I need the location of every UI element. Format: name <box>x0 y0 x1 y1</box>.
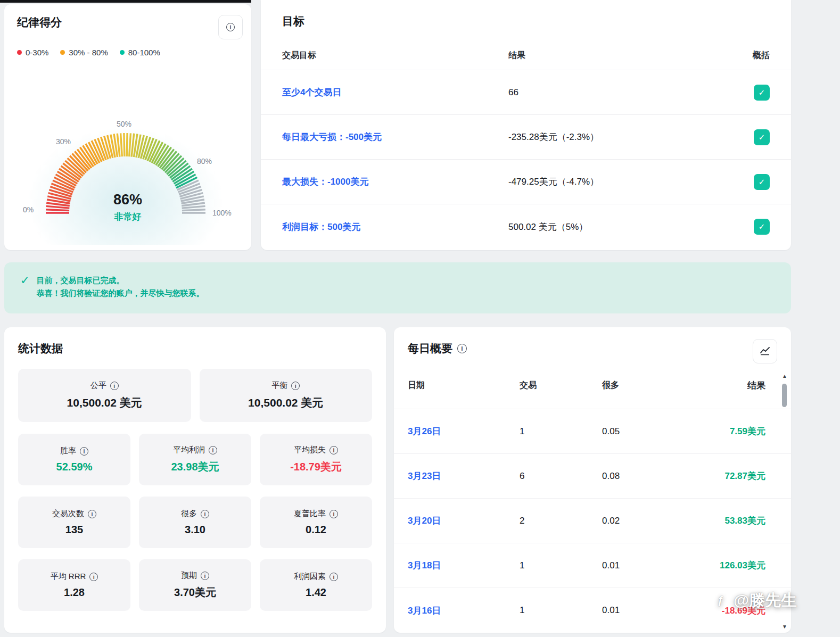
banner-line-2: 恭喜！我们将验证您的账户，并尽快与您联系。 <box>37 287 204 300</box>
orange-dot-icon <box>60 50 65 55</box>
daily-date-link[interactable]: 3月20日 <box>408 515 520 527</box>
scroll-up-icon[interactable]: ▲ <box>781 373 788 379</box>
stat-label: 夏普比率 <box>294 509 326 519</box>
stat-lots: 很多 i 3.10 <box>139 497 251 548</box>
goals-table-header: 交易目标 结果 概括 <box>261 42 791 70</box>
stat-label-row: 平均利润 i <box>173 445 217 455</box>
red-dot-icon <box>17 50 22 55</box>
statistics-title: 统计数据 <box>4 327 386 356</box>
stat-label: 平均 RRR <box>51 572 86 582</box>
daily-table-header: 日期 交易 很多 结果 <box>394 362 791 409</box>
daily-result: 53.83美元 <box>687 515 765 527</box>
stat-label-row: 利润因素 i <box>294 572 338 582</box>
stat-avg-rrr: 平均 RRR i 1.28 <box>18 559 130 611</box>
goal-row: 至少4个交易日 66 ✓ <box>261 70 791 115</box>
legend-item-high: 80-100% <box>120 48 160 57</box>
info-icon[interactable]: i <box>457 344 467 353</box>
daily-trades: 1 <box>520 426 602 437</box>
stat-label-row: 平均损失 i <box>294 445 338 455</box>
stat-value: 3.10 <box>185 524 205 536</box>
goal-link[interactable]: 每日最大亏损：-500美元 <box>282 131 508 143</box>
info-icon[interactable]: i <box>89 573 98 581</box>
watermark-logo-icon: ƒ <box>712 592 729 609</box>
daily-summary-title: 每日概要 <box>408 341 452 356</box>
stat-label-row: 预期 i <box>181 570 209 581</box>
discipline-score-card: 纪律得分 i 0-30% 30% - 80% 80-100% 0% 30% 50 <box>4 4 251 250</box>
check-icon: ✓ <box>20 274 30 287</box>
check-icon: ✓ <box>759 177 765 187</box>
daily-lots: 0.01 <box>602 560 687 571</box>
goal-row: 每日最大亏损：-500美元 -235.28美元（-2.3%） ✓ <box>261 115 791 160</box>
goal-link[interactable]: 至少4个交易日 <box>282 86 508 98</box>
scroll-down-icon[interactable]: ▼ <box>781 624 788 630</box>
stat-label: 预期 <box>181 570 197 581</box>
daily-col-trades: 交易 <box>520 380 602 391</box>
daily-col-result: 结果 <box>687 379 765 392</box>
check-icon: ✓ <box>759 88 765 97</box>
banner-text-block: 目前，交易目标已完成。 恭喜！我们将验证您的账户，并尽快与您联系。 <box>37 274 204 300</box>
goal-link[interactable]: 利润目标：500美元 <box>282 221 508 233</box>
stat-avg-profit: 平均利润 i 23.98美元 <box>139 434 251 485</box>
goals-col-result: 结果 <box>508 50 727 61</box>
banner-line-1: 目前，交易目标已完成。 <box>37 274 204 287</box>
goal-link[interactable]: 最大损失：-1000美元 <box>282 176 508 188</box>
daily-date-link[interactable]: 3月23日 <box>408 470 520 482</box>
goal-row: 最大损失：-1000美元 -479.25美元（-4.7%） ✓ <box>261 160 791 204</box>
info-icon[interactable]: i <box>201 510 209 518</box>
stat-label: 交易次数 <box>52 509 84 519</box>
stat-label-row: 平衡 i <box>271 380 300 391</box>
goal-passed-checkbox[interactable]: ✓ <box>754 174 770 190</box>
daily-lots: 0.01 <box>602 605 687 616</box>
discipline-info-button[interactable]: i <box>218 15 243 39</box>
goal-result: 66 <box>508 87 727 98</box>
legend-item-mid: 30% - 80% <box>60 48 108 57</box>
goal-passed-checkbox[interactable]: ✓ <box>754 219 770 235</box>
stat-label: 平均利润 <box>173 445 205 455</box>
check-icon: ✓ <box>759 133 765 142</box>
info-icon[interactable]: i <box>88 510 96 518</box>
daily-date-link[interactable]: 3月18日 <box>408 559 520 572</box>
info-icon[interactable]: i <box>209 446 217 454</box>
daily-result: 126.03美元 <box>687 559 765 572</box>
stat-label: 利润因素 <box>294 572 326 582</box>
daily-date-link[interactable]: 3月26日 <box>408 425 520 437</box>
daily-chart-toggle-button[interactable] <box>753 339 777 363</box>
daily-trades: 6 <box>520 471 602 482</box>
daily-lots: 0.02 <box>602 516 687 526</box>
stat-win-rate: 胜率 i 52.59% <box>18 434 130 485</box>
info-icon[interactable]: i <box>330 510 338 518</box>
discipline-gauge: 0% 30% 50% 80% 100% 86% 非常好 <box>4 79 251 245</box>
gauge-score-value: 86% <box>4 192 251 208</box>
daily-col-date: 日期 <box>408 380 520 391</box>
stat-value: 23.98美元 <box>171 460 219 474</box>
info-icon[interactable]: i <box>291 382 300 390</box>
stat-label: 平均损失 <box>294 445 326 455</box>
scrollbar-thumb[interactable] <box>782 384 787 407</box>
gauge-tick-30: 30% <box>56 137 71 146</box>
stat-label-row: 交易次数 i <box>52 509 96 519</box>
info-icon[interactable]: i <box>110 382 119 390</box>
info-icon[interactable]: i <box>330 573 338 581</box>
stat-profit-factor: 利润因素 i 1.42 <box>260 559 372 611</box>
info-icon[interactable]: i <box>330 446 338 454</box>
statistics-small-grid: 胜率 i 52.59% 平均利润 i 23.98美元 平均损失 i -18.79… <box>18 434 372 611</box>
goals-card: 目标 交易目标 结果 概括 至少4个交易日 66 ✓ 每日最大亏损：-500美元… <box>261 0 791 250</box>
stat-value: -18.79美元 <box>290 460 342 474</box>
stat-expectancy: 预期 i 3.70美元 <box>139 559 251 611</box>
goals-title: 目标 <box>261 0 791 29</box>
discipline-card-header: 纪律得分 i <box>4 4 251 39</box>
goal-row: 利润目标：500美元 500.02 美元（5%） ✓ <box>261 204 791 249</box>
stat-trades-count: 交易次数 i 135 <box>18 497 130 548</box>
goals-col-summary: 概括 <box>753 50 770 61</box>
daily-date-link[interactable]: 3月16日 <box>408 605 520 617</box>
daily-result: 7.59美元 <box>687 425 765 437</box>
info-icon[interactable]: i <box>80 447 88 456</box>
goal-result: 500.02 美元（5%） <box>508 221 727 233</box>
info-icon[interactable]: i <box>201 572 209 580</box>
top-edge-strip <box>0 0 251 3</box>
goal-passed-checkbox[interactable]: ✓ <box>754 85 770 101</box>
stat-value: 1.28 <box>64 586 85 599</box>
goals-col-goal: 交易目标 <box>282 50 508 61</box>
goal-passed-checkbox[interactable]: ✓ <box>754 129 770 145</box>
stat-value: 10,500.02 美元 <box>248 395 323 410</box>
